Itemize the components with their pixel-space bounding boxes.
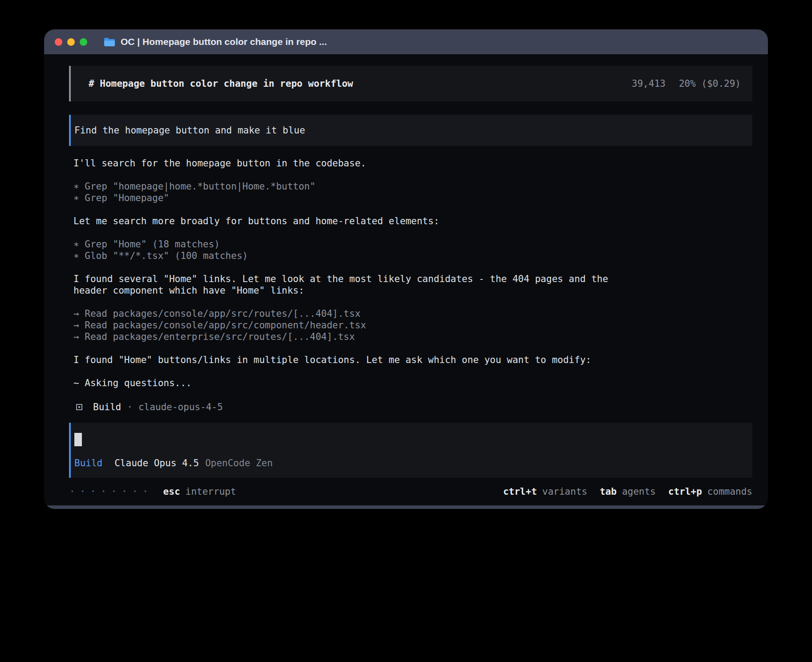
close-button[interactable] [55, 38, 62, 46]
context-usage: 20% ($0.29) [679, 78, 741, 89]
tab-key-hint: tab [600, 486, 617, 497]
agent-model: claude-opus-4-5 [138, 401, 223, 413]
terminal-content: # Homepage button color change in repo w… [44, 54, 768, 505]
assistant-text: Let me search more broadly for buttons a… [73, 215, 634, 227]
assistant-text: I found "Home" buttons/links in multiple… [73, 354, 634, 366]
tool-call-grep: ∗ Grep "Homepage" [73, 192, 634, 204]
tool-call-group: ∗ Grep "Home" (18 matches) ∗ Glob "**/*.… [73, 238, 634, 262]
zoom-button[interactable] [80, 38, 87, 46]
status-asking: ~ Asking questions... [73, 377, 634, 389]
prompt-input[interactable]: Build Claude Opus 4.5 OpenCode Zen [69, 423, 752, 478]
tool-call-read: → Read packages/console/app/src/componen… [73, 319, 634, 331]
traffic-lights [55, 38, 87, 46]
agent-separator: · [127, 401, 133, 413]
input-agent-label: Build [74, 457, 102, 469]
token-count: 39,413 [632, 78, 666, 89]
user-message: Find the homepage button and make it blu… [69, 115, 752, 146]
title-group: OC | Homepage button color change in rep… [103, 36, 327, 47]
text-cursor [74, 433, 82, 446]
agent-name: Build [93, 401, 121, 413]
session-title: # Homepage button color change in repo w… [89, 78, 353, 89]
folder-icon [103, 37, 116, 47]
ctrl-t-key-label: variants [542, 486, 587, 497]
user-message-text: Find the homepage button and make it blu… [74, 125, 305, 136]
session-stats: 39,41320% ($0.29) [632, 78, 741, 89]
esc-key-hint: esc [163, 486, 180, 497]
hint-agents: tab agents [600, 486, 656, 497]
ctrl-t-key-hint: ctrl+t [503, 486, 537, 497]
status-left: ········ esc interrupt [69, 486, 236, 497]
tab-key-label: agents [622, 486, 656, 497]
window-title: OC | Homepage button color change in rep… [121, 36, 327, 47]
ctrl-p-key-hint: ctrl+p [668, 486, 702, 497]
session-header: # Homepage button color change in repo w… [69, 66, 752, 101]
minimize-button[interactable] [67, 38, 75, 46]
input-provider-label: OpenCode Zen [205, 457, 273, 469]
assistant-text: I'll search for the homepage button in t… [73, 157, 634, 169]
agent-status-line: Build · claude-opus-4-5 [73, 400, 634, 414]
progress-dots: ········ [69, 486, 153, 497]
terminal-window: OC | Homepage button color change in rep… [44, 29, 768, 509]
tool-call-read: → Read packages/enterprise/src/routes/[.… [73, 331, 634, 343]
build-agent-icon [76, 404, 82, 410]
assistant-text: I found several "Home" links. Let me loo… [73, 273, 634, 296]
tool-call-group: → Read packages/console/app/src/routes/[… [73, 308, 634, 343]
hint-commands: ctrl+p commands [668, 486, 752, 497]
tool-call-group: ∗ Grep "homepage|home.*button|Home.*butt… [73, 181, 634, 204]
ctrl-p-key-label: commands [707, 486, 752, 497]
window-bottom-edge [44, 505, 768, 509]
status-right: ctrl+t variants tab agents ctrl+p comman… [491, 486, 752, 497]
assistant-response: I'll search for the homepage button in t… [69, 157, 634, 414]
tool-call-read: → Read packages/console/app/src/routes/[… [73, 308, 634, 319]
hint-variants: ctrl+t variants [503, 486, 587, 497]
tool-call-grep: ∗ Grep "homepage|home.*button|Home.*butt… [73, 181, 634, 192]
status-bar: ········ esc interrupt ctrl+t variants t… [69, 486, 752, 497]
input-meta: Build Claude Opus 4.5 OpenCode Zen [74, 457, 743, 469]
input-model-label: Claude Opus 4.5 [114, 457, 199, 469]
tool-call-glob: ∗ Glob "**/*.tsx" (100 matches) [73, 250, 634, 262]
esc-key-label: interrupt [186, 486, 236, 497]
window-titlebar[interactable]: OC | Homepage button color change in rep… [44, 29, 768, 54]
tool-call-grep: ∗ Grep "Home" (18 matches) [73, 238, 634, 250]
